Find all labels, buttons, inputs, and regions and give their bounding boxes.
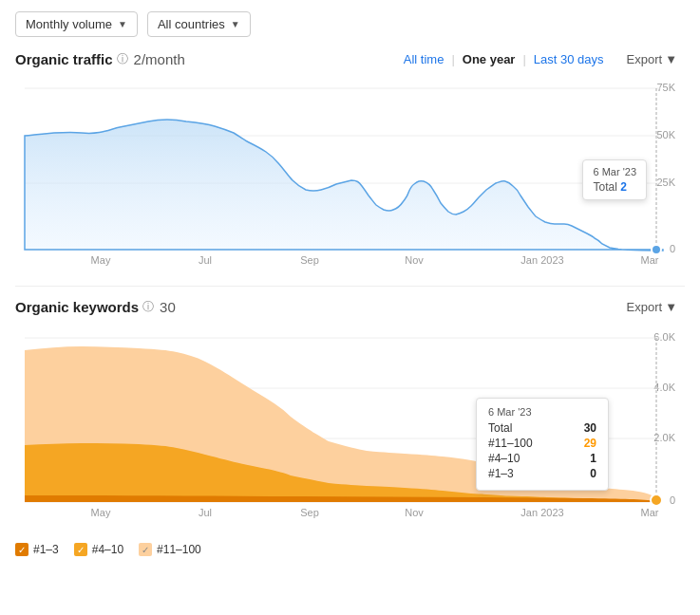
legend-check-11-100: ✓: [139, 543, 152, 556]
volume-dropdown-label: Monthly volume: [26, 17, 112, 31]
svg-text:4.0K: 4.0K: [653, 382, 675, 393]
export-traffic-button[interactable]: Export ▼: [619, 50, 685, 68]
svg-text:50K: 50K: [656, 129, 675, 140]
organic-keywords-header: Organic keywords ⓘ 30 Export ▼: [15, 298, 685, 316]
export-keywords-button[interactable]: Export ▼: [619, 298, 685, 316]
svg-text:Sep: Sep: [300, 507, 319, 518]
svg-text:Mar: Mar: [641, 254, 659, 266]
svg-text:0: 0: [670, 494, 675, 506]
svg-text:75K: 75K: [656, 82, 675, 93]
legend-label-11-100: #11–100: [157, 543, 201, 556]
organic-traffic-header: Organic traffic ⓘ 2/month All time | One…: [15, 50, 685, 68]
time-btn-all-time[interactable]: All time: [396, 50, 452, 68]
country-dropdown-label: All countries: [158, 17, 225, 31]
svg-point-25: [651, 494, 662, 506]
volume-dropdown-arrow: ▼: [118, 19, 127, 29]
country-dropdown-arrow: ▼: [231, 19, 240, 29]
svg-point-9: [652, 245, 661, 254]
country-dropdown[interactable]: All countries ▼: [147, 11, 251, 37]
keywords-legend: ✓ #1–3 ✓ #4–10 ✓ #11–100: [15, 543, 685, 556]
svg-text:Nov: Nov: [405, 254, 424, 266]
svg-text:25K: 25K: [656, 177, 675, 188]
export-arrow-icon: ▼: [665, 52, 677, 66]
organic-traffic-info-icon[interactable]: ⓘ: [117, 51, 128, 67]
svg-text:0: 0: [670, 243, 675, 254]
volume-dropdown[interactable]: Monthly volume ▼: [15, 11, 138, 37]
svg-text:May: May: [91, 507, 111, 518]
svg-text:May: May: [91, 254, 111, 266]
organic-keywords-title: Organic keywords: [15, 299, 139, 315]
time-btn-last-30[interactable]: Last 30 days: [526, 50, 612, 68]
time-btn-one-year[interactable]: One year: [455, 50, 523, 68]
svg-text:Jan 2023: Jan 2023: [520, 254, 563, 266]
svg-text:Nov: Nov: [405, 507, 424, 518]
svg-text:Jul: Jul: [199, 254, 212, 266]
legend-check-1-3: ✓: [15, 543, 28, 556]
keywords-chart-wrapper: 6.0K 4.0K 2.0K 0 May Jul Sep Nov J: [15, 322, 685, 524]
svg-text:Jan 2023: Jan 2023: [520, 507, 563, 518]
svg-text:6.0K: 6.0K: [653, 331, 675, 343]
keywords-chart: 6.0K 4.0K 2.0K 0 May Jul Sep Nov J: [15, 322, 680, 521]
legend-item-1-3[interactable]: ✓ #1–3: [15, 543, 59, 556]
legend-label-4-10: #4–10: [92, 543, 123, 556]
legend-item-4-10[interactable]: ✓ #4–10: [74, 543, 123, 556]
organic-traffic-value: 2/month: [134, 51, 185, 67]
export-keywords-arrow-icon: ▼: [665, 300, 677, 314]
organic-keywords-info-icon[interactable]: ⓘ: [142, 299, 154, 315]
legend-item-11-100[interactable]: ✓ #11–100: [139, 543, 201, 556]
svg-text:Mar: Mar: [641, 507, 659, 518]
legend-label-1-3: #1–3: [33, 543, 59, 556]
svg-text:2.0K: 2.0K: [653, 432, 675, 443]
organic-traffic-title: Organic traffic: [15, 51, 113, 67]
top-controls: Monthly volume ▼ All countries ▼: [15, 11, 685, 37]
organic-keywords-value: 30: [160, 299, 176, 315]
svg-text:Sep: Sep: [300, 254, 319, 266]
section-divider: [15, 286, 685, 287]
svg-text:Jul: Jul: [199, 507, 212, 518]
traffic-chart-wrapper: 75K 50K 25K 0 May Jul: [15, 74, 685, 267]
traffic-chart: 75K 50K 25K 0 May Jul: [15, 74, 680, 264]
legend-check-4-10: ✓: [74, 543, 87, 556]
time-controls: All time | One year | Last 30 days Expor…: [396, 50, 685, 68]
